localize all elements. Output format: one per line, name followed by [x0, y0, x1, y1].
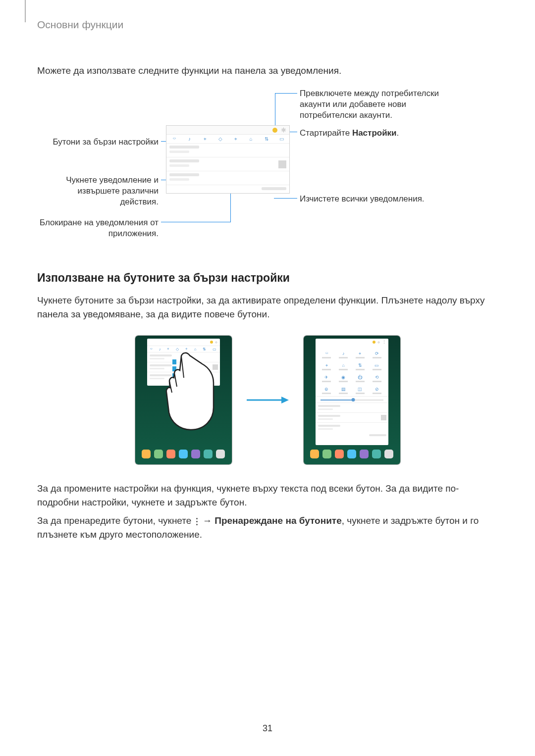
rotate-icon: ◇ [176, 347, 179, 352]
callout-quick-settings-buttons: Бутони за бързи настройки [37, 137, 159, 148]
app-dock [309, 448, 395, 460]
sim-icon: ▭ [374, 363, 379, 368]
more-icon: ⋮ [382, 340, 386, 345]
app-icon [154, 450, 163, 458]
callout-tap-notification: Чукнете уведомление и извършете различни… [37, 175, 159, 207]
leader-line [275, 93, 297, 94]
lock-icon: ⌂ [342, 363, 344, 368]
lock-icon: ⌂ [248, 136, 254, 142]
panel-collapsed: ⌔♪⌖◇⌖⌂⇅▭ [147, 339, 220, 386]
app-icon [372, 450, 381, 458]
airplane-icon: ✈ [324, 375, 328, 380]
app-icon [166, 450, 175, 458]
sound-icon: ♪ [159, 347, 161, 352]
paragraph-reorder-buttons: За да пренаредите бутони, чукнете → Прен… [37, 514, 498, 541]
sound-icon: ♪ [187, 136, 193, 142]
page-number: 31 [263, 723, 272, 734]
callout-settings-bold: Настройки [352, 128, 397, 138]
app-icon [179, 450, 188, 458]
wifi-icon: ⌔ [325, 351, 328, 356]
leader-line [230, 192, 231, 222]
app-icon [204, 450, 213, 458]
notification-item [166, 157, 289, 171]
brightness-slider [316, 396, 388, 403]
callout-settings-post: . [397, 128, 399, 138]
notification-item [147, 362, 220, 372]
app-icon [191, 450, 200, 458]
sync-icon: ⟲ [375, 375, 379, 380]
location-icon: ⌖ [325, 363, 328, 368]
callout-block-notifications: Блокиране на уведомления от приложения. [37, 217, 159, 239]
panel-header [147, 339, 220, 346]
notification-panel-diagram: Бутони за бързи настройки Чукнете уведом… [37, 88, 498, 247]
hotspot-icon: ⊚ [324, 387, 328, 392]
notification-item [166, 144, 289, 157]
notification-item [147, 372, 220, 382]
arrow-right-icon [247, 395, 289, 405]
rotate-icon: ◇ [217, 136, 223, 142]
svg-marker-5 [169, 386, 180, 394]
app-icon [142, 450, 151, 458]
page-header-title: Основни функции [37, 19, 498, 31]
notification-item [316, 403, 388, 413]
text-arrow: → [200, 515, 215, 526]
account-icon [210, 341, 213, 344]
gear-icon [377, 341, 380, 344]
text-bold-reorder: Пренареждане на бутоните [214, 515, 342, 526]
svg-rect-3 [172, 366, 176, 371]
wifi-icon: ⌔ [150, 347, 153, 352]
notification-item [147, 353, 220, 362]
quick-settings-row: ⌔♪⌖◇⌖⌂⇅▭ [147, 346, 220, 353]
power-icon: ⏻ [358, 375, 362, 380]
svg-rect-4 [172, 373, 176, 386]
data-icon: ⇅ [264, 136, 269, 142]
svg-point-0 [283, 129, 285, 131]
gear-icon [281, 127, 286, 133]
app-icon [360, 450, 369, 458]
header-rule [25, 0, 26, 22]
section-heading-quick-settings: Използване на бутоните за бързи настройк… [37, 271, 498, 285]
panel-expanded: ⋮ ⌔ ♪ ⌖ ⟳ ⌖ ⌂ ⇅ ▭ ✈ ◉ ⏻ ⟲ ⊚ ▤ ◫ [316, 339, 388, 445]
quick-settings-grid: ⌔ ♪ ⌖ ⟳ ⌖ ⌂ ⇅ ▭ ✈ ◉ ⏻ ⟲ ⊚ ▤ ◫ ⊘ [316, 346, 388, 396]
panel-footer [166, 185, 289, 193]
sim-icon: ▭ [279, 136, 285, 142]
callout-open-settings: Стартирайте Настройки. [300, 128, 453, 139]
more-vertical-icon [194, 517, 200, 526]
bluetooth-icon: ⌖ [167, 347, 169, 352]
notification-item [316, 423, 388, 433]
device-screenshot-expanded: ⋮ ⌔ ♪ ⌖ ⟳ ⌖ ⌂ ⇅ ▭ ✈ ◉ ⏻ ⟲ ⊚ ▤ ◫ [304, 336, 400, 464]
app-icon [310, 450, 319, 458]
data-icon: ⇅ [358, 363, 362, 368]
rotate-icon: ⟳ [375, 351, 379, 356]
intro-paragraph: Можете да използвате следните функции на… [37, 65, 498, 76]
flashlight-icon: ◉ [341, 375, 345, 380]
section-paragraph: Чукнете бутоните за бързи настройки, за … [37, 294, 498, 321]
device-screenshot-collapsed: ⌔♪⌖◇⌖⌂⇅▭ [135, 336, 232, 464]
app-icon [322, 450, 331, 458]
app-icon [216, 450, 225, 458]
bluetooth-icon: ⌖ [202, 136, 208, 142]
nfc-icon: ◫ [358, 387, 362, 392]
svg-point-1 [215, 342, 217, 343]
leader-line [275, 93, 275, 130]
leader-line [274, 198, 297, 199]
swipe-down-arrow-icon [169, 359, 180, 394]
account-icon [272, 128, 277, 133]
dnd-icon: ⊘ [375, 387, 379, 392]
leader-line [161, 222, 230, 222]
panel-footer [316, 433, 388, 439]
app-icon [384, 450, 393, 458]
wifi-icon: ⌔ [171, 136, 177, 142]
sim-icon: ▭ [213, 347, 216, 352]
bluetooth-icon: ⌖ [359, 351, 361, 356]
cast-icon: ▤ [341, 387, 346, 392]
notification-panel-mock: ⌔ ♪ ⌖ ◇ ⌖ ⌂ ⇅ ▭ [166, 125, 290, 194]
location-icon: ⌖ [185, 347, 188, 352]
callout-clear-notifications: Изчистете всички уведомления. [300, 194, 453, 204]
location-icon: ⌖ [233, 136, 239, 142]
panel-header: ⋮ [316, 339, 388, 346]
svg-marker-7 [281, 397, 289, 403]
app-icon [347, 450, 356, 458]
callout-settings-pre: Стартирайте [300, 128, 352, 138]
text-pre: За да пренаредите бутони, чукнете [37, 515, 194, 526]
